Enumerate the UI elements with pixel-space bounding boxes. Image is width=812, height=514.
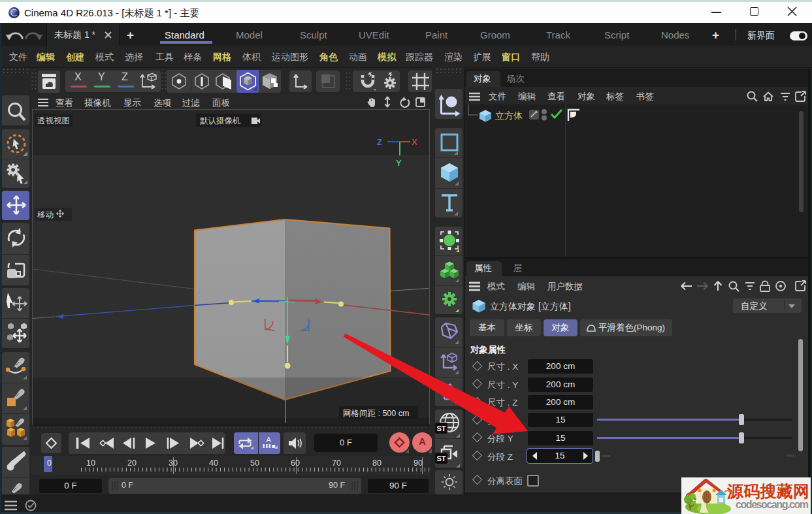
svg-text:codesocang.com: codesocang.com (736, 499, 809, 510)
svg-text:源码搜藏网: 源码搜藏网 (726, 483, 809, 500)
